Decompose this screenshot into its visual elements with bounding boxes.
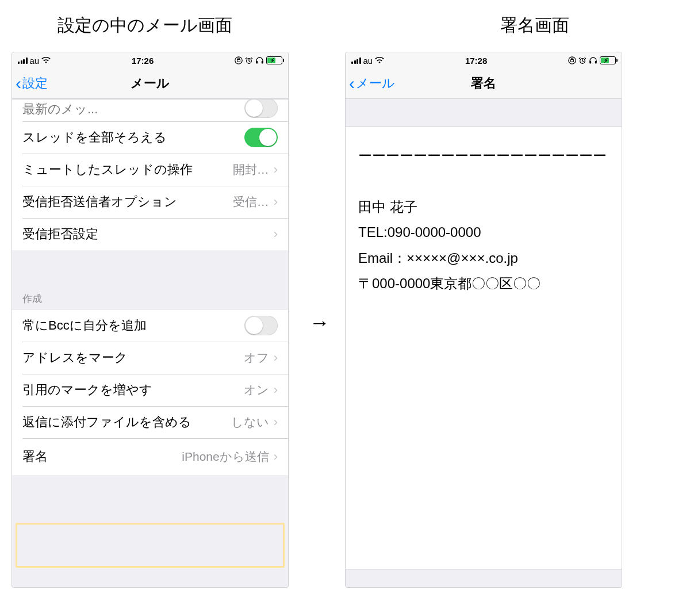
- row-label: 返信に添付ファイルを含める: [22, 414, 191, 431]
- svg-rect-6: [589, 61, 591, 64]
- arrow-right-icon: →: [309, 311, 330, 335]
- highlight-signature-row: [16, 523, 285, 568]
- nav-back-label: メール: [356, 75, 395, 92]
- chevron-left-icon: ‹: [349, 75, 355, 92]
- switch-off-icon[interactable]: [244, 316, 278, 335]
- signal-icon: [351, 58, 361, 64]
- orientation-lock-icon: [235, 56, 243, 64]
- row-signature[interactable]: 署名 iPhoneから送信 ›: [12, 438, 288, 475]
- row-label: 引用のマークを増やす: [22, 381, 152, 399]
- chevron-right-icon: ›: [274, 450, 278, 463]
- chevron-right-icon: ›: [274, 416, 278, 428]
- phone-mail-settings: au 17:26 ⚡︎ ‹: [12, 52, 289, 588]
- chevron-right-icon: ›: [274, 384, 278, 396]
- status-time: 17:28: [465, 56, 487, 66]
- chevron-right-icon: ›: [274, 351, 278, 364]
- row-complete-threads[interactable]: スレッドを全部そろえる: [12, 121, 288, 154]
- switch-on-icon[interactable]: [244, 128, 278, 147]
- nav-bar: ‹ メール 署名: [346, 68, 622, 99]
- nav-back-label: 設定: [22, 75, 48, 92]
- row-label: アドレスをマーク: [22, 349, 128, 366]
- chevron-right-icon: ›: [274, 163, 278, 176]
- section-header-compose: 作成: [12, 282, 288, 309]
- status-carrier: au: [30, 56, 40, 66]
- row-value: 開封…: [233, 162, 269, 178]
- wifi-icon: [375, 57, 384, 64]
- row-value: オフ: [244, 350, 269, 366]
- row-label: スレッドを全部そろえる: [22, 129, 167, 146]
- row-muted-thread-action[interactable]: ミュートしたスレッドの操作 開封… ›: [12, 154, 288, 186]
- row-label: 常にBccに自分を追加: [22, 317, 147, 334]
- row-partial-prev[interactable]: 最新のメッ...: [12, 100, 288, 121]
- row-label: 受信拒否設定: [22, 225, 98, 243]
- status-bar: au 17:28 ⚡︎: [346, 52, 622, 68]
- alarm-icon: [578, 56, 586, 64]
- svg-rect-3: [262, 61, 263, 64]
- row-blocked-sender-options[interactable]: 受信拒否送信者オプション 受信… ›: [12, 186, 288, 218]
- row-label: 署名: [22, 448, 48, 465]
- row-bcc-self[interactable]: 常にBccに自分を追加: [12, 309, 288, 342]
- nav-title: メール: [12, 75, 288, 92]
- row-increase-quote[interactable]: 引用のマークを増やす オン ›: [12, 374, 288, 406]
- chevron-right-icon: ›: [274, 228, 278, 240]
- chevron-left-icon: ‹: [16, 75, 21, 92]
- signal-icon: [18, 58, 28, 64]
- row-value: オン: [244, 382, 269, 398]
- switch-off-icon[interactable]: [244, 100, 278, 118]
- orientation-lock-icon: [568, 56, 576, 64]
- row-mark-address[interactable]: アドレスをマーク オフ ›: [12, 342, 288, 374]
- battery-icon: ⚡︎: [266, 56, 282, 64]
- row-label: ミュートしたスレッドの操作: [22, 161, 193, 178]
- nav-back-button[interactable]: ‹ メール: [346, 75, 395, 92]
- svg-rect-7: [595, 61, 597, 64]
- row-label: 受信拒否送信者オプション: [22, 193, 177, 211]
- nav-bar: ‹ 設定 メール: [12, 68, 288, 99]
- wifi-icon: [41, 57, 51, 64]
- status-carrier: au: [363, 56, 373, 66]
- signature-text-editor[interactable]: ーーーーーーーーーーーーーーーーーー 田中 花子 TEL:090-0000-00…: [346, 127, 622, 569]
- chevron-right-icon: ›: [274, 196, 278, 208]
- caption-right: 署名画面: [500, 14, 569, 37]
- battery-icon: ⚡︎: [600, 56, 616, 64]
- phone-signature-editor: au 17:28 ⚡︎ ‹ メー: [345, 52, 622, 588]
- caption-left: 設定の中のメール画面: [57, 14, 232, 37]
- alarm-icon: [245, 56, 253, 64]
- nav-back-button[interactable]: ‹ 設定: [12, 75, 48, 92]
- svg-rect-2: [256, 61, 258, 64]
- row-blocked-settings[interactable]: 受信拒否設定 ›: [12, 218, 288, 250]
- row-include-attachments[interactable]: 返信に添付ファイルを含める しない ›: [12, 406, 288, 438]
- row-value: 受信…: [233, 194, 269, 210]
- status-bar: au 17:26 ⚡︎: [12, 52, 288, 68]
- headphones-icon: [589, 56, 597, 64]
- status-time: 17:26: [132, 56, 154, 66]
- headphones-icon: [255, 56, 264, 64]
- row-label: 最新のメッ...: [22, 101, 98, 118]
- row-value: しない: [231, 414, 269, 430]
- row-value: iPhoneから送信: [182, 449, 269, 465]
